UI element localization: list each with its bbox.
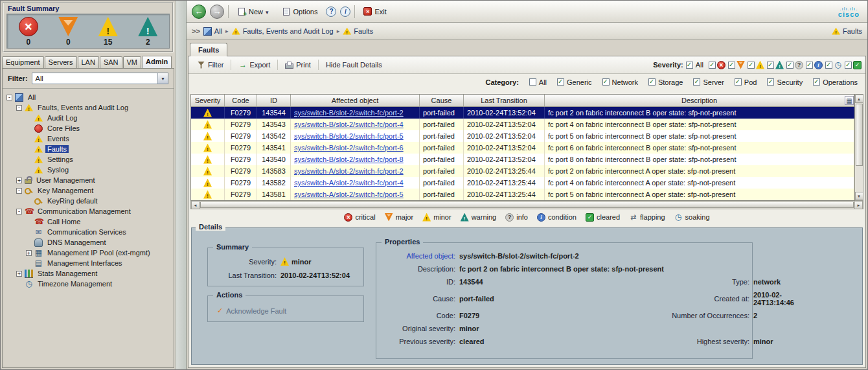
table-row-143543[interactable]: F0279143543sys/switch-B/slot-2/switch-fc… <box>191 119 854 130</box>
export-button[interactable]: Export <box>234 60 275 71</box>
tree-item-user-management[interactable]: +User Management <box>4 175 172 185</box>
breadcrumb-item-faults-events-and-audit-log[interactable]: Faults, Events and Audit Log <box>232 27 334 36</box>
tree-expander[interactable]: - <box>6 95 12 100</box>
column-header-severity[interactable]: Severity <box>191 95 225 106</box>
scroll-up-button[interactable] <box>855 95 863 103</box>
tree-item-communication-management[interactable]: -Communication Management <box>4 206 172 216</box>
tree-item-key-management[interactable]: -Key Management <box>4 185 172 196</box>
nav-tab-equipment[interactable]: Equipment <box>2 56 44 68</box>
category-all-checkbox[interactable] <box>529 78 536 86</box>
category-security-checkbox[interactable] <box>767 78 774 86</box>
table-row-143583[interactable]: F0279143583sys/switch-A/slot-2/switch-fc… <box>191 165 854 177</box>
horizontal-scrollbar[interactable] <box>190 201 863 209</box>
tree-expander[interactable]: - <box>16 188 22 194</box>
severity-critical-checkbox[interactable] <box>709 62 716 69</box>
tree-item-syslog[interactable]: +Syslog <box>4 165 172 175</box>
category-generic[interactable]: Generic <box>557 78 592 86</box>
tree-item-call-home[interactable]: +Call Home <box>4 216 172 227</box>
tree-expander[interactable]: + <box>16 178 22 183</box>
severity-cleared-checkbox[interactable] <box>845 62 852 69</box>
category-storage[interactable]: Storage <box>648 78 683 86</box>
category-network[interactable]: Network <box>602 78 638 86</box>
table-row-143540[interactable]: F0279143540sys/switch-B/slot-2/switch-fc… <box>191 154 854 165</box>
table-row-143582[interactable]: F0279143582sys/switch-A/slot-2/switch-fc… <box>191 177 854 189</box>
nav-tab-lan[interactable]: LAN <box>78 56 99 68</box>
scroll-down-button[interactable] <box>855 192 863 200</box>
severity-minor-checkbox[interactable] <box>748 62 755 69</box>
severity-soaking-checkbox[interactable] <box>825 62 832 69</box>
affected-object-link[interactable]: sys/switch-B/slot-2/switch-fc/port-5 <box>294 132 404 140</box>
severity-warning-checkbox[interactable] <box>767 62 774 69</box>
tree-expander[interactable]: + <box>16 271 22 277</box>
column-header-affected-object[interactable]: Affected object <box>291 95 420 106</box>
tree-item-dns-management[interactable]: +DNS Management <box>4 237 172 248</box>
tree-item-keyring-default[interactable]: +KeyRing default <box>4 196 172 206</box>
affected-object-link[interactable]: sys/switch-A/slot-2/switch-fc/port-5 <box>294 191 404 198</box>
breadcrumb-item-all[interactable]: All <box>203 27 222 36</box>
affected-object-link[interactable]: sys/switch-B/slot-2/switch-fc/port-2 <box>294 109 404 117</box>
new-button[interactable]: New <box>233 5 273 18</box>
forward-button[interactable] <box>210 5 224 19</box>
affected-object-label[interactable]: Affected object: <box>383 252 455 260</box>
tree-item-management-ip-pool-ext-mgmt[interactable]: +Management IP Pool (ext-mgmt) <box>4 248 172 258</box>
info-button[interactable] <box>340 6 350 17</box>
options-button[interactable]: Options <box>277 5 323 18</box>
affected-object-link[interactable]: sys/switch-A/slot-2/switch-fc/port-4 <box>294 179 404 187</box>
tree-expander[interactable]: - <box>16 105 22 111</box>
scroll-left-button[interactable] <box>191 201 200 209</box>
print-button[interactable]: Print <box>280 60 315 70</box>
tree-item-settings[interactable]: +Settings <box>4 154 172 165</box>
tree-item-management-interfaces[interactable]: +Management Interfaces <box>4 258 172 268</box>
category-server[interactable]: Server <box>693 78 724 86</box>
severity-major-checkbox[interactable] <box>728 62 735 69</box>
tree-item-core-files[interactable]: +Core Files <box>4 123 172 133</box>
vertical-scrollbar[interactable] <box>855 94 863 201</box>
tab-faults[interactable]: Faults <box>190 43 227 56</box>
column-header-code[interactable]: Code <box>225 95 257 106</box>
tree-item-faults[interactable]: +Faults <box>4 144 172 154</box>
table-row-143542[interactable]: F0279143542sys/switch-B/slot-2/switch-fc… <box>191 130 854 142</box>
table-row-143541[interactable]: F0279143541sys/switch-B/slot-2/switch-fc… <box>191 142 854 154</box>
category-storage-checkbox[interactable] <box>648 78 656 86</box>
column-header-description[interactable]: Description <box>545 95 854 106</box>
category-operations[interactable]: Operations <box>813 78 858 86</box>
column-chooser-icon[interactable] <box>845 96 854 105</box>
scrollbar-thumb[interactable] <box>856 104 863 166</box>
filter-dropdown[interactable]: All <box>32 73 168 84</box>
category-security[interactable]: Security <box>767 78 803 86</box>
help-button[interactable] <box>326 6 336 17</box>
table-row-143581[interactable]: F0279143581sys/switch-A/slot-2/switch-fc… <box>191 189 854 200</box>
category-generic-checkbox[interactable] <box>557 78 564 86</box>
category-server-checkbox[interactable] <box>693 78 700 86</box>
exit-button[interactable]: Exit <box>359 5 391 18</box>
filter-button[interactable]: Filter <box>192 60 228 71</box>
scroll-right-button[interactable] <box>854 201 863 209</box>
table-row-143544[interactable]: F0279143544sys/switch-B/slot-2/switch-fc… <box>191 107 854 119</box>
tree-expander[interactable]: + <box>26 250 32 256</box>
affected-object-link[interactable]: sys/switch-A/slot-2/switch-fc/port-2 <box>294 167 404 175</box>
scrollbar-thumb[interactable] <box>200 202 854 208</box>
affected-object-link[interactable]: sys/switch-B/slot-2/switch-fc/port-6 <box>294 144 404 152</box>
tree-item-timezone-management[interactable]: +Timezone Management <box>4 279 172 289</box>
affected-object-link[interactable]: sys/switch-B/slot-2/switch-fc/port-4 <box>294 121 404 128</box>
category-pod[interactable]: Pod <box>735 78 757 86</box>
acknowledge-fault-action[interactable]: ✓ Acknowledge Fault <box>213 305 358 315</box>
back-button[interactable] <box>192 5 206 19</box>
nav-tab-vm[interactable]: VM <box>123 56 142 68</box>
nav-tab-admin[interactable]: Admin <box>142 56 172 68</box>
tree-item-audit-log[interactable]: +Audit Log <box>4 113 172 123</box>
severity-all-checkbox[interactable] <box>686 62 693 69</box>
affected-object-link[interactable]: sys/switch-B/slot-2/switch-fc/port-8 <box>294 156 404 163</box>
nav-tab-san[interactable]: SAN <box>100 56 122 68</box>
chevron-down-icon[interactable] <box>157 73 168 84</box>
category-pod-checkbox[interactable] <box>735 78 742 86</box>
tree-item-communication-services[interactable]: +Communication Services <box>4 227 172 237</box>
severity-info-checkbox[interactable] <box>786 62 794 69</box>
hide-fault-details-button[interactable]: Hide Fault Details <box>321 60 387 70</box>
column-header-cause[interactable]: Cause <box>420 95 464 106</box>
tree-item-faults-events-and-audit-log[interactable]: -Faults, Events and Audit Log <box>4 102 172 113</box>
tree-item-events[interactable]: +Events <box>4 133 172 144</box>
category-all[interactable]: All <box>529 78 547 86</box>
tree-item-stats-management[interactable]: +Stats Management <box>4 268 172 279</box>
tree-expander[interactable]: - <box>16 209 22 214</box>
